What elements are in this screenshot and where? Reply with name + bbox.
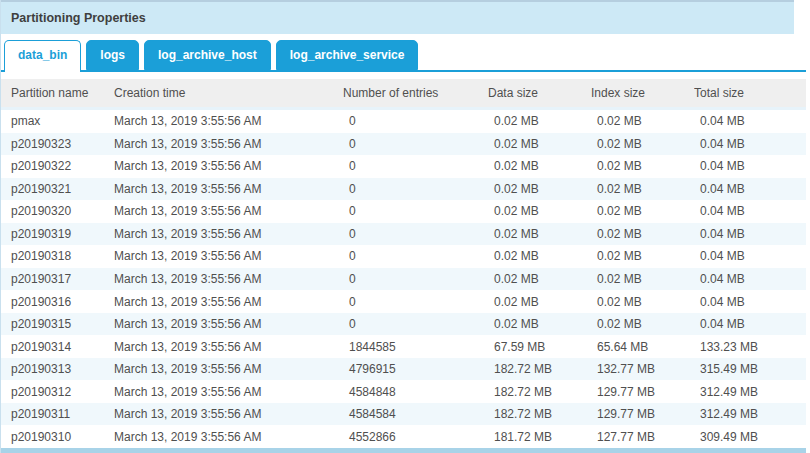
cell-data-size: 0.02 MB	[488, 159, 591, 173]
table-header-row: Partition nameCreation timeNumber of ent…	[1, 79, 806, 110]
cell-index-size: 129.77 MB	[591, 385, 694, 399]
cell-partition-name: p20190312	[1, 385, 114, 399]
cell-data-size: 182.72 MB	[488, 407, 591, 421]
tab-log_archive_host[interactable]: log_archive_host	[144, 40, 271, 70]
table-row: p20190318March 13, 2019 3:55:56 AM00.02 …	[1, 245, 806, 268]
column-header: Total size	[694, 86, 806, 100]
cell-creation-time: March 13, 2019 3:55:56 AM	[114, 272, 343, 286]
cell-total-size: 0.04 MB	[694, 295, 806, 309]
table-row: p20190322March 13, 2019 3:55:56 AM00.02 …	[1, 155, 806, 178]
tab-data_bin[interactable]: data_bin	[4, 40, 81, 72]
column-header: Partition name	[1, 86, 114, 100]
cell-index-size: 0.02 MB	[591, 137, 694, 151]
table-row: p20190314March 13, 2019 3:55:56 AM184458…	[1, 335, 806, 358]
cell-creation-time: March 13, 2019 3:55:56 AM	[114, 137, 343, 151]
table-row: p20190319March 13, 2019 3:55:56 AM00.02 …	[1, 223, 806, 246]
cell-index-size: 0.02 MB	[591, 204, 694, 218]
table-row: p20190311March 13, 2019 3:55:56 AM458458…	[1, 403, 806, 426]
cell-creation-time: March 13, 2019 3:55:56 AM	[114, 407, 343, 421]
table-row: p20190315March 13, 2019 3:55:56 AM00.02 …	[1, 313, 806, 336]
table-row: p20190310March 13, 2019 3:55:56 AM455286…	[1, 425, 806, 448]
cell-index-size: 0.02 MB	[591, 227, 694, 241]
cell-partition-name: p20190317	[1, 272, 114, 286]
cell-number-of-entries: 0	[343, 295, 488, 309]
cell-index-size: 132.77 MB	[591, 362, 694, 376]
table-row: p20190313March 13, 2019 3:55:56 AM479691…	[1, 358, 806, 381]
cell-creation-time: March 13, 2019 3:55:56 AM	[114, 340, 343, 354]
cell-creation-time: March 13, 2019 3:55:56 AM	[114, 249, 343, 263]
cell-partition-name: p20190313	[1, 362, 114, 376]
cell-data-size: 0.02 MB	[488, 204, 591, 218]
cell-creation-time: March 13, 2019 3:55:56 AM	[114, 204, 343, 218]
cell-index-size: 65.64 MB	[591, 340, 694, 354]
column-header: Number of entries	[343, 86, 488, 100]
cell-data-size: 0.02 MB	[488, 227, 591, 241]
cell-total-size: 133.23 MB	[694, 340, 806, 354]
cell-data-size: 67.59 MB	[488, 340, 591, 354]
cell-data-size: 182.72 MB	[488, 362, 591, 376]
cell-total-size: 312.49 MB	[694, 385, 806, 399]
cell-index-size: 0.02 MB	[591, 295, 694, 309]
panel-bottom-bar	[1, 448, 806, 453]
cell-data-size: 182.72 MB	[488, 385, 591, 399]
table-row: pmaxMarch 13, 2019 3:55:56 AM00.02 MB0.0…	[1, 110, 806, 133]
cell-partition-name: p20190321	[1, 182, 114, 196]
cell-total-size: 0.04 MB	[694, 114, 806, 128]
cell-number-of-entries: 0	[343, 114, 488, 128]
cell-number-of-entries: 0	[343, 249, 488, 263]
table-body: pmaxMarch 13, 2019 3:55:56 AM00.02 MB0.0…	[1, 110, 806, 448]
cell-total-size: 0.04 MB	[694, 227, 806, 241]
column-header: Index size	[591, 86, 694, 100]
table-row: p20190321March 13, 2019 3:55:56 AM00.02 …	[1, 178, 806, 201]
cell-creation-time: March 13, 2019 3:55:56 AM	[114, 430, 343, 444]
cell-data-size: 0.02 MB	[488, 182, 591, 196]
cell-partition-name: p20190320	[1, 204, 114, 218]
cell-total-size: 0.04 MB	[694, 204, 806, 218]
tab-logs[interactable]: logs	[86, 40, 139, 70]
cell-partition-name: p20190319	[1, 227, 114, 241]
cell-creation-time: March 13, 2019 3:55:56 AM	[114, 295, 343, 309]
column-header: Data size	[488, 86, 591, 100]
cell-creation-time: March 13, 2019 3:55:56 AM	[114, 159, 343, 173]
cell-data-size: 0.02 MB	[488, 249, 591, 263]
cell-number-of-entries: 0	[343, 137, 488, 151]
tab-bar: data_binlogslog_archive_hostlog_archive_…	[1, 40, 806, 72]
cell-partition-name: p20190318	[1, 249, 114, 263]
cell-data-size: 0.02 MB	[488, 317, 591, 331]
cell-number-of-entries: 4584848	[343, 385, 488, 399]
cell-total-size: 0.04 MB	[694, 317, 806, 331]
cell-total-size: 312.49 MB	[694, 407, 806, 421]
cell-partition-name: p20190310	[1, 430, 114, 444]
cell-partition-name: pmax	[1, 114, 114, 128]
cell-index-size: 127.77 MB	[591, 430, 694, 444]
cell-data-size: 0.02 MB	[488, 137, 591, 151]
cell-partition-name: p20190316	[1, 295, 114, 309]
column-header: Creation time	[114, 86, 343, 100]
tab-log_archive_service[interactable]: log_archive_service	[276, 40, 419, 70]
cell-partition-name: p20190322	[1, 159, 114, 173]
table-row: p20190320March 13, 2019 3:55:56 AM00.02 …	[1, 200, 806, 223]
cell-data-size: 0.02 MB	[488, 114, 591, 128]
cell-total-size: 315.49 MB	[694, 362, 806, 376]
cell-creation-time: March 13, 2019 3:55:56 AM	[114, 114, 343, 128]
panel-title: Partitioning Properties	[11, 11, 146, 25]
table-row: p20190323March 13, 2019 3:55:56 AM00.02 …	[1, 133, 806, 156]
cell-index-size: 0.02 MB	[591, 159, 694, 173]
cell-index-size: 0.02 MB	[591, 272, 694, 286]
cell-number-of-entries: 0	[343, 227, 488, 241]
cell-partition-name: p20190315	[1, 317, 114, 331]
cell-number-of-entries: 0	[343, 204, 488, 218]
cell-creation-time: March 13, 2019 3:55:56 AM	[114, 385, 343, 399]
cell-total-size: 0.04 MB	[694, 137, 806, 151]
table-row: p20190317March 13, 2019 3:55:56 AM00.02 …	[1, 268, 806, 291]
cell-index-size: 0.02 MB	[591, 114, 694, 128]
cell-number-of-entries: 1844585	[343, 340, 488, 354]
cell-partition-name: p20190311	[1, 407, 114, 421]
cell-number-of-entries: 0	[343, 182, 488, 196]
cell-number-of-entries: 0	[343, 317, 488, 331]
panel-titlebar: Partitioning Properties	[1, 0, 794, 34]
cell-index-size: 0.02 MB	[591, 249, 694, 263]
cell-total-size: 309.49 MB	[694, 430, 806, 444]
cell-creation-time: March 13, 2019 3:55:56 AM	[114, 227, 343, 241]
cell-number-of-entries: 0	[343, 272, 488, 286]
